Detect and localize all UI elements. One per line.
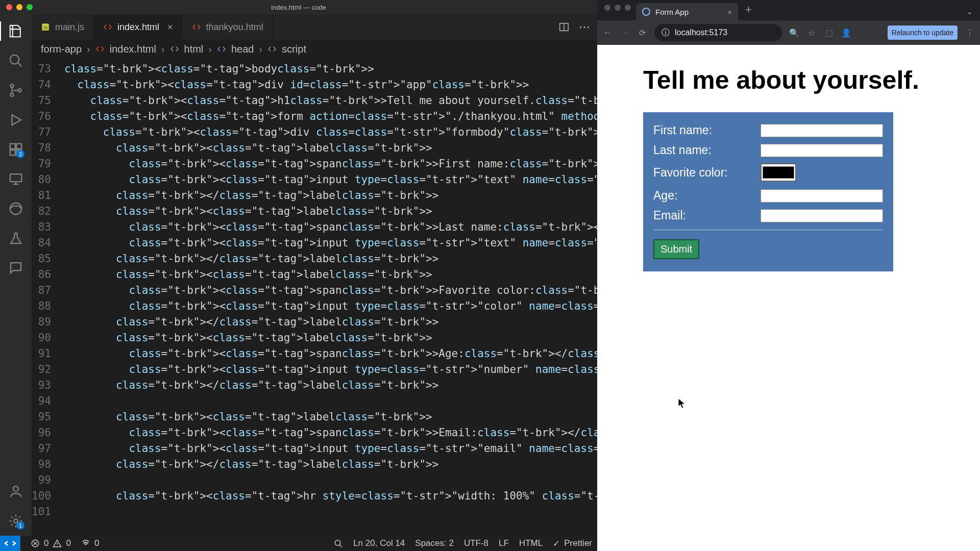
code-editor[interactable]: 73 74 75 76 77 78 79 80 81 82 83 84 85 8… [32,58,597,536]
edge-tools-icon[interactable] [8,201,23,216]
zoom-icon[interactable]: 🔍 [789,28,799,38]
source-control-icon[interactable] [8,83,23,98]
comments-icon[interactable] [8,260,23,276]
chrome-tab[interactable]: Form App × [636,3,738,20]
breadcrumb-item[interactable]: script [282,43,306,55]
account-icon[interactable] [8,484,23,499]
forward-icon[interactable]: → [620,28,630,37]
input-email[interactable] [761,209,883,222]
svg-point-17 [335,540,340,545]
chrome-menu-icon[interactable]: ⋮ [965,28,975,38]
field-age: Age: [653,189,883,203]
editor-column: JS main.js index.html × thankyou.html [32,14,597,536]
vscode-main: 3 1 [0,14,597,536]
label-email: Email: [653,209,761,222]
more-actions-icon[interactable]: ⋯ [579,20,590,34]
minimize-window-dot[interactable] [16,4,22,10]
line-gutter: 73 74 75 76 77 78 79 80 81 82 83 84 85 8… [32,58,62,536]
encoding-status[interactable]: UTF-8 [459,538,494,549]
bookmark-star-icon[interactable]: ☆ [806,28,817,38]
input-fav-color[interactable] [761,163,796,182]
breadcrumb[interactable]: form-app› index.html› html› head› script [32,40,597,58]
min-dot[interactable] [615,5,621,11]
settings-badge: 1 [16,521,24,530]
input-age[interactable] [761,189,883,203]
install-app-icon[interactable]: ⬚ [824,28,834,38]
label-last-name: Last name: [653,143,761,157]
tab-index-html[interactable]: index.html × [94,14,183,40]
url-text: localhost:5173 [675,28,727,37]
tab-thankyou-html[interactable]: thankyou.html [183,14,273,40]
label-fav-color: Favorite color: [653,166,761,180]
symbol-icon [267,44,277,54]
back-icon[interactable]: ← [602,28,612,37]
formatter-status[interactable]: ✓ Prettier [548,538,597,549]
breadcrumb-item[interactable]: form-app [41,43,82,55]
input-last-name[interactable] [761,144,883,157]
svg-point-10 [13,486,18,491]
html-file-icon [192,22,201,32]
breadcrumb-item[interactable]: html [184,43,204,55]
svg-point-0 [10,55,19,64]
testing-icon[interactable] [8,231,23,246]
language-mode[interactable]: HTML [514,538,548,549]
activity-bar: 3 1 [0,14,32,536]
remote-explorer-icon[interactable] [8,171,23,187]
extensions-icon[interactable]: 3 [8,142,23,157]
cursor-position[interactable]: Ln 20, Col 14 [348,538,410,549]
search-icon[interactable] [8,53,23,68]
close-window-dot[interactable] [6,4,12,10]
extensions-badge: 3 [16,150,24,158]
site-info-icon[interactable]: ⓘ [662,28,670,38]
titlebar: index.html — code [0,0,597,14]
svg-text:JS: JS [43,26,48,30]
favicon-icon [642,8,650,16]
window-title: index.html — code [271,4,326,11]
breadcrumb-item[interactable]: index.html [110,43,156,55]
symbol-icon [217,44,226,54]
profile-icon[interactable]: 👤 [841,28,851,38]
remote-indicator[interactable] [0,536,20,551]
close-tab-icon[interactable]: × [727,8,732,16]
field-first-name: First name: [653,123,883,137]
breadcrumb-item[interactable]: head [231,43,254,55]
chrome-traffic-lights [602,5,636,16]
svg-rect-4 [10,144,15,149]
label-age: Age: [653,189,761,203]
omnibox[interactable]: ⓘ localhost:5173 [654,24,782,41]
label-first-name: First name: [653,123,761,137]
submit-button[interactable]: Submit [653,239,699,259]
ports-status[interactable]: 0 [76,538,104,548]
max-dot[interactable] [625,5,631,11]
input-first-name[interactable] [761,124,883,137]
tab-main-js[interactable]: JS main.js [32,14,94,40]
js-file-icon: JS [41,22,50,32]
svg-rect-6 [10,150,15,155]
svg-rect-5 [16,144,21,149]
tab-overflow-icon[interactable]: ⌄ [959,7,980,20]
code-content[interactable]: class="t-brk"><class="t-tag">bodyclass="… [62,58,597,536]
close-dot[interactable] [604,5,610,11]
tab-label: main.js [55,22,84,33]
svg-point-3 [18,89,21,92]
svg-point-9 [10,203,22,215]
indentation-status[interactable]: Spaces: 2 [410,538,459,549]
mac-traffic-lights [0,4,33,10]
run-debug-icon[interactable] [8,112,23,128]
split-editor-icon[interactable] [558,21,570,33]
explorer-icon[interactable] [8,23,23,39]
zoom-window-dot[interactable] [27,4,33,10]
zoom-status[interactable] [329,538,348,549]
chrome-window: Form App × + ⌄ ← → ⟳ ⓘ localhost:5173 🔍 … [597,0,980,551]
settings-gear-icon[interactable]: 1 [8,513,23,529]
rendered-page: Tell me about yourself. First name: Last… [597,45,980,551]
svg-point-1 [10,84,13,87]
tab-label: thankyou.html [206,22,263,33]
reload-icon[interactable]: ⟳ [637,28,647,38]
eol-status[interactable]: LF [494,538,514,549]
new-tab-button[interactable]: + [738,3,759,20]
problems-status[interactable]: 0 0 [26,538,76,548]
close-tab-icon[interactable]: × [167,22,173,33]
relaunch-button[interactable]: Relaunch to update [888,26,958,40]
chrome-tab-title: Form App [655,8,689,16]
